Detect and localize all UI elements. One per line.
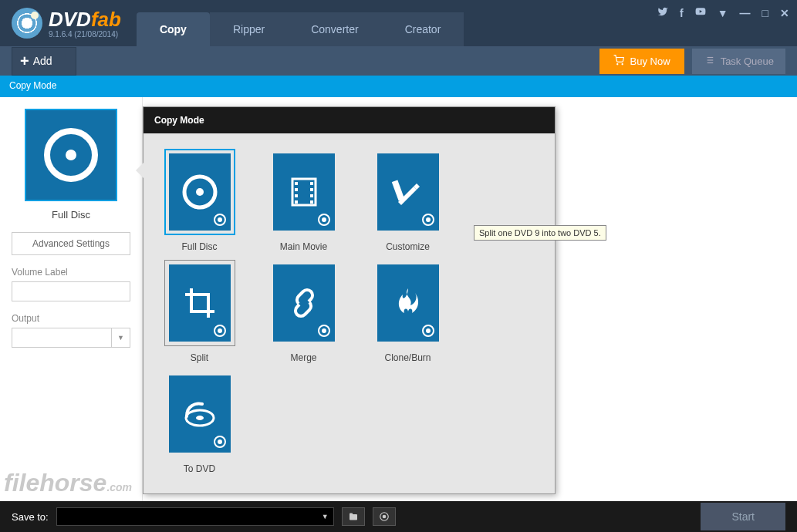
svg-rect-17 — [295, 200, 298, 204]
svg-point-2 — [622, 63, 623, 64]
logo-area: DVDfab 9.1.6.4 (21/08/2014) — [0, 8, 121, 39]
tab-copy[interactable]: Copy — [137, 12, 210, 46]
youtube-icon[interactable] — [695, 6, 706, 19]
current-mode-label: Full Disc — [12, 209, 130, 221]
bottom-bar: Save to: ▼ Start — [0, 501, 797, 532]
mode-to-dvd[interactable]: To DVD — [151, 371, 248, 474]
maximize-icon[interactable]: □ — [762, 7, 768, 19]
popup-notch — [136, 163, 144, 178]
split-tooltip: Split one DVD 9 into two DVD 5. — [474, 225, 606, 241]
mode-split[interactable]: Split — [151, 260, 248, 363]
twitter-icon[interactable] — [657, 6, 668, 19]
add-button[interactable]: + Add — [12, 47, 76, 76]
output-label-text: Output — [12, 313, 130, 324]
advanced-settings-button[interactable]: Advanced Settings — [12, 232, 130, 255]
minimize-icon[interactable]: — — [740, 7, 751, 19]
svg-rect-19 — [310, 188, 313, 191]
close-icon[interactable]: ✕ — [780, 7, 789, 19]
mode-main-movie[interactable]: Main Movie — [255, 149, 352, 252]
popup-body: Full Disc Main Movie Customize Split — [144, 133, 555, 493]
mode-full-disc[interactable]: Full Disc — [151, 149, 248, 252]
save-to-label: Save to: — [12, 511, 49, 523]
logo-icon — [12, 8, 42, 39]
svg-rect-16 — [295, 194, 298, 197]
svg-rect-22 — [391, 180, 404, 200]
main-tabs: Copy Ripper Converter Creator — [137, 0, 464, 46]
toolbar: + Add Buy Now Task Queue — [0, 46, 797, 76]
facebook-icon[interactable]: f — [680, 7, 684, 19]
titlebar: DVDfab 9.1.6.4 (21/08/2014) Copy Ripper … — [0, 0, 797, 46]
mode-clone-burn[interactable]: Clone/Burn — [360, 260, 456, 363]
mode-customize[interactable]: Customize — [360, 149, 456, 252]
svg-rect-21 — [310, 200, 313, 204]
bluray-icon — [181, 395, 219, 433]
svg-point-10 — [383, 515, 386, 518]
app-version: 9.1.6.4 (21/08/2014) — [49, 30, 121, 39]
sidebar: Full Disc Advanced Settings Volume Label… — [0, 97, 143, 501]
svg-rect-20 — [310, 194, 313, 197]
browse-folder-button[interactable] — [342, 507, 365, 526]
dropdown-icon[interactable]: ▼ — [718, 7, 728, 19]
tab-ripper[interactable]: Ripper — [210, 12, 288, 46]
pencil-ruler-icon — [389, 173, 427, 211]
disc-icon — [181, 173, 219, 211]
start-button[interactable]: Start — [701, 503, 785, 530]
output-dropdown-button[interactable]: ▼ — [112, 328, 130, 348]
task-queue-button[interactable]: Task Queue — [692, 49, 785, 74]
link-icon — [285, 284, 323, 322]
cart-icon — [613, 55, 624, 68]
copy-mode-bar: Copy Mode — [0, 76, 797, 97]
tab-creator[interactable]: Creator — [382, 12, 464, 46]
mode-merge[interactable]: Merge — [255, 260, 352, 363]
buy-now-button[interactable]: Buy Now — [599, 49, 684, 74]
tab-converter[interactable]: Converter — [288, 12, 381, 46]
iso-button[interactable] — [373, 507, 396, 526]
svg-point-1 — [616, 63, 617, 64]
svg-rect-18 — [310, 182, 313, 185]
svg-rect-15 — [295, 188, 298, 191]
current-mode-tile[interactable] — [25, 109, 117, 201]
film-icon — [285, 173, 323, 211]
volume-label-input[interactable] — [12, 281, 130, 301]
flame-icon — [389, 284, 427, 322]
app-name: DVDfab — [49, 8, 121, 32]
save-to-combo[interactable]: ▼ — [56, 507, 334, 526]
copy-mode-popup: Copy Mode Full Disc Main Movie Customize — [143, 106, 556, 494]
list-icon — [704, 55, 714, 68]
window-controls: f ▼ — □ ✕ — [657, 6, 789, 19]
output-input[interactable] — [12, 328, 112, 348]
svg-point-24 — [196, 416, 204, 420]
crop-icon — [181, 284, 219, 322]
popup-header: Copy Mode — [144, 107, 555, 133]
disc-icon — [44, 128, 98, 182]
svg-rect-14 — [295, 182, 298, 185]
plus-icon: + — [20, 52, 29, 70]
volume-label-text: Volume Label — [12, 267, 130, 278]
svg-point-12 — [196, 188, 204, 196]
